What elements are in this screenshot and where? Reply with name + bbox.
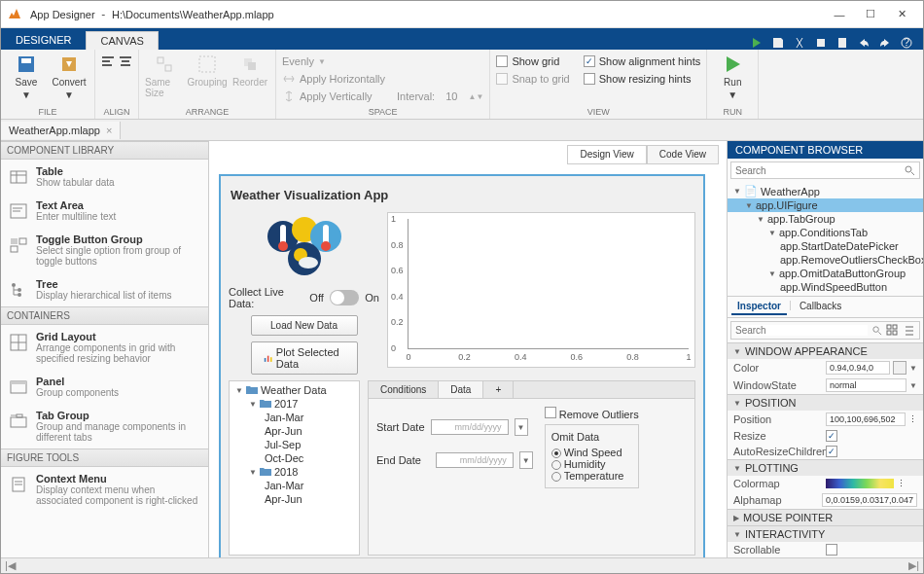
bt-weatherapp[interactable]: ▼ 📄 WeatherApp: [728, 184, 923, 198]
scroll-right-icon[interactable]: ▶|: [908, 559, 919, 572]
start-date-field[interactable]: mm/dd/yyyy: [431, 419, 509, 435]
comp-tree[interactable]: TreeDisplay hierarchical list of items: [1, 272, 208, 306]
comp-tabgroup[interactable]: Tab GroupGroup and manage components in …: [1, 404, 208, 448]
run-icon[interactable]: [750, 36, 764, 50]
help-icon[interactable]: ?: [900, 36, 913, 50]
scrollable-check[interactable]: [826, 544, 837, 556]
bt-conditionstab[interactable]: ▼ app.ConditionsTab: [728, 226, 923, 239]
browser-search[interactable]: [730, 161, 920, 179]
resize-check[interactable]: [826, 430, 837, 442]
windowstate-field[interactable]: normal: [826, 378, 906, 392]
comp-table[interactable]: TableShow tabular data: [1, 160, 208, 194]
component-browser: COMPONENT BROWSER ▼ 📄 WeatherApp ▼ app.U…: [727, 141, 923, 557]
comp-context[interactable]: Context MenuDisplay context menu when as…: [1, 467, 208, 512]
weather-tree[interactable]: ▼Weather Data ▼2017 Jan-MarApr-JunJul-Se…: [229, 380, 360, 556]
sec-mouse[interactable]: ▶MOUSE POINTER: [728, 509, 923, 525]
uifigure[interactable]: Weather Visualization App Collect Live D…: [219, 174, 705, 557]
callbacks-tab[interactable]: Callbacks: [794, 299, 847, 315]
comp-grid[interactable]: Grid LayoutArrange components in grid wi…: [1, 325, 208, 370]
sec-position[interactable]: ▼POSITION: [728, 394, 923, 411]
space-vert: Apply Vertically: [282, 89, 385, 104]
list-view-icon[interactable]: [903, 324, 915, 337]
add-tab[interactable]: +: [483, 381, 514, 398]
weather-icons: [256, 212, 353, 280]
show-resize-check[interactable]: Show resizing hints: [584, 71, 701, 87]
plot-data-button[interactable]: Plot Selected Data: [251, 341, 358, 375]
start-date-picker[interactable]: ▼: [515, 418, 528, 436]
save-icon[interactable]: [771, 36, 785, 50]
sec-plotting[interactable]: ▼PLOTTING: [728, 459, 923, 476]
tab-group[interactable]: Conditions Data + Start Datemm/dd/yyyy▼ …: [368, 380, 695, 556]
redo-icon[interactable]: [878, 36, 892, 50]
svg-rect-25: [19, 238, 26, 244]
svg-rect-5: [21, 58, 31, 63]
load-data-button[interactable]: Load New Data: [251, 315, 358, 336]
bt-tabgroup[interactable]: ▼ app.TabGroup: [728, 212, 923, 226]
svg-rect-36: [11, 414, 17, 417]
close-icon[interactable]: ×: [106, 125, 112, 136]
snap-grid-check[interactable]: Snap to grid: [496, 71, 569, 87]
interval: Interval: 10 ▲▼: [397, 89, 483, 104]
svg-rect-10: [120, 56, 131, 58]
scroll-left-icon[interactable]: |◀: [5, 559, 16, 572]
svg-rect-9: [102, 64, 112, 66]
copy-icon[interactable]: [814, 36, 828, 50]
bt-windspeed[interactable]: app.WindSpeedButton: [728, 280, 923, 294]
show-grid-check[interactable]: Show grid: [496, 54, 569, 69]
cut-icon[interactable]: [793, 36, 806, 50]
autoresize-check[interactable]: [826, 446, 837, 457]
axes[interactable]: 10.80.60.40.20 00.20.40.60.81: [387, 212, 695, 368]
bt-omitgroup[interactable]: ▼ app.OmitDataButtonGroup: [728, 267, 923, 280]
paste-icon[interactable]: [835, 36, 849, 50]
svg-rect-7: [102, 56, 114, 58]
end-date-field[interactable]: mm/dd/yyyy: [436, 452, 514, 468]
color-field[interactable]: 0.94,0.94,0: [826, 361, 890, 375]
svg-rect-51: [264, 358, 266, 362]
color-swatch[interactable]: [893, 361, 906, 375]
sec-window[interactable]: ▼WINDOW APPEARANCE: [728, 342, 923, 359]
show-align-check[interactable]: Show alignment hints: [584, 54, 701, 69]
maximize-button[interactable]: ☐: [855, 4, 886, 25]
design-view-tab[interactable]: Design View: [567, 145, 646, 164]
humidity-radio[interactable]: Humidity: [551, 458, 632, 470]
run-button[interactable]: Run▼: [713, 54, 752, 100]
alphamap-field[interactable]: 0,0.0159,0.0317,0.047: [822, 493, 917, 507]
data-tab[interactable]: Data: [439, 381, 483, 398]
remove-outliers-check[interactable]: Remove Outliers: [545, 407, 639, 420]
close-button[interactable]: ✕: [886, 4, 917, 25]
comp-textarea[interactable]: Text AreaEnter multiline text: [1, 194, 208, 228]
convert-button[interactable]: Convert▼: [50, 54, 89, 100]
bt-removeoutliers[interactable]: app.RemoveOutliersCheckBox: [728, 253, 923, 267]
svg-rect-8: [102, 60, 110, 62]
svg-rect-14: [165, 65, 171, 71]
code-view-tab[interactable]: Code View: [647, 145, 719, 164]
inspector-search[interactable]: [730, 321, 920, 340]
bt-uifigure[interactable]: ▼ app.UIFigure: [728, 198, 923, 212]
align-center-icon: [119, 54, 132, 69]
bt-startdate[interactable]: app.StartDateDatePicker: [728, 239, 923, 253]
svg-rect-61: [893, 331, 897, 335]
comp-toggle[interactable]: Toggle Button GroupSelect single option …: [1, 228, 208, 272]
collect-data-toggle[interactable]: Collect Live Data:OffOn: [229, 286, 379, 309]
tab-canvas[interactable]: CANVAS: [86, 31, 158, 50]
undo-icon[interactable]: [857, 36, 871, 50]
svg-point-29: [18, 293, 21, 297]
start-date-label: Start Date: [376, 421, 425, 433]
grid-view-icon[interactable]: [886, 324, 899, 337]
colormap-swatch[interactable]: [826, 479, 894, 488]
svg-rect-35: [11, 417, 26, 427]
inspector-tab[interactable]: Inspector: [731, 299, 787, 315]
svg-rect-1: [838, 38, 846, 48]
wind-speed-radio[interactable]: Wind Speed: [551, 447, 632, 458]
end-date-picker[interactable]: ▼: [519, 451, 533, 469]
minimize-button[interactable]: —: [824, 4, 855, 25]
tab-designer[interactable]: DESIGNER: [1, 30, 86, 50]
comp-panel[interactable]: PanelGroup components: [1, 370, 208, 404]
canvas-area[interactable]: Weather Visualization App Collect Live D…: [209, 164, 727, 557]
position-field[interactable]: 100,100,696,502: [826, 413, 906, 426]
save-button[interactable]: Save▼: [7, 54, 46, 100]
doc-tab[interactable]: WeatherApp.mlapp×: [1, 122, 121, 139]
sec-interactivity[interactable]: ▼INTERACTIVITY: [728, 525, 923, 542]
temperature-radio[interactable]: Temperature: [551, 470, 632, 482]
conditions-tab[interactable]: Conditions: [369, 381, 439, 398]
